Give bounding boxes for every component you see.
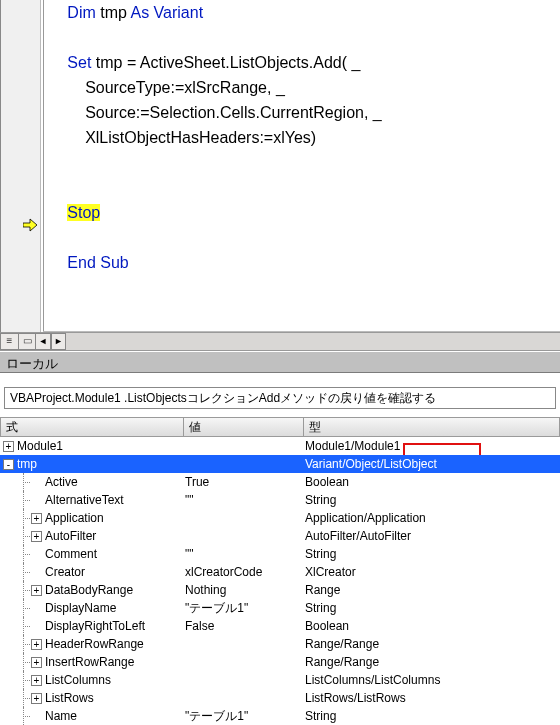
expr-type: String: [303, 491, 560, 509]
expr-value: xlCreatorCode: [183, 563, 303, 581]
expr-name: DisplayRightToLeft: [45, 617, 145, 635]
expr-type: String: [303, 545, 560, 563]
expr-type: Variant/Object/ListObject: [303, 455, 560, 473]
tree-branch-icon: [17, 563, 31, 581]
tree-branch-icon: [17, 581, 31, 599]
table-row[interactable]: +ListRowsListRows/ListRows: [0, 689, 560, 707]
expr-name: Name: [45, 707, 77, 725]
expr-name: Application: [45, 509, 104, 527]
expr-name: tmp: [17, 455, 37, 473]
tree-branch-icon: [17, 707, 31, 725]
locals-tree[interactable]: +Module1Module1/Module1-tmpVariant/Objec…: [0, 437, 560, 725]
no-toggle: [31, 603, 42, 614]
expand-icon[interactable]: +: [3, 441, 14, 452]
table-row[interactable]: +InsertRowRangeRange/Range: [0, 653, 560, 671]
expand-icon[interactable]: +: [31, 531, 42, 542]
expr-type: String: [303, 707, 560, 725]
gap: [0, 373, 560, 387]
expr-type: Module1/Module1: [303, 437, 560, 455]
no-toggle: [31, 549, 42, 560]
expr-name: ListRows: [45, 689, 94, 707]
expand-icon[interactable]: +: [31, 513, 42, 524]
procedure-view-button[interactable]: ▭: [18, 333, 36, 350]
no-toggle: [31, 567, 42, 578]
header-type[interactable]: 型: [303, 417, 560, 437]
expr-type: Boolean: [303, 617, 560, 635]
scroll-left-button[interactable]: ◄: [36, 333, 51, 350]
expr-type: Range/Range: [303, 635, 560, 653]
table-row[interactable]: +HeaderRowRangeRange/Range: [0, 635, 560, 653]
scroll-right-button[interactable]: ►: [51, 333, 66, 350]
expr-value: "": [183, 491, 303, 509]
table-row[interactable]: +ApplicationApplication/Application: [0, 509, 560, 527]
tree-branch-icon: [17, 617, 31, 635]
tree-branch-icon: [17, 635, 31, 653]
execution-arrow-icon: [23, 218, 37, 232]
expr-name: DataBodyRange: [45, 581, 133, 599]
code-text[interactable]: Dim tmp As Variant Set tmp = ActiveSheet…: [54, 0, 560, 275]
table-row[interactable]: +Module1Module1/Module1: [0, 437, 560, 455]
expr-type: ListColumns/ListColumns: [303, 671, 560, 689]
expr-type: String: [303, 599, 560, 617]
code-separator: [43, 331, 560, 332]
locals-headers: 式 値 型: [0, 417, 560, 437]
tree-branch-icon: [17, 509, 31, 527]
expr-type: ListRows/ListRows: [303, 689, 560, 707]
expr-value: False: [183, 617, 303, 635]
expand-icon[interactable]: +: [31, 639, 42, 650]
table-row[interactable]: +ListColumnsListColumns/ListColumns: [0, 671, 560, 689]
expr-name: DisplayName: [45, 599, 116, 617]
tree-branch-icon: [17, 491, 31, 509]
expr-type: Range: [303, 581, 560, 599]
expr-name: Active: [45, 473, 78, 491]
full-view-button[interactable]: ≡: [0, 333, 18, 350]
table-row[interactable]: Name"テーブル1"String: [0, 707, 560, 725]
table-row[interactable]: ActiveTrueBoolean: [0, 473, 560, 491]
code-editor[interactable]: Dim tmp As Variant Set tmp = ActiveSheet…: [0, 0, 560, 332]
locals-context[interactable]: VBAProject.Module1 .ListObjectsコレクションAdd…: [4, 387, 556, 409]
table-row[interactable]: CreatorxlCreatorCodeXlCreator: [0, 563, 560, 581]
expand-icon[interactable]: +: [31, 675, 42, 686]
expr-value: Nothing: [183, 581, 303, 599]
no-toggle: [31, 711, 42, 722]
no-toggle: [31, 495, 42, 506]
expr-type: Boolean: [303, 473, 560, 491]
table-row[interactable]: -tmpVariant/Object/ListObject: [0, 455, 560, 473]
tree-branch-icon: [17, 671, 31, 689]
margin-line: [43, 0, 44, 332]
expand-icon[interactable]: +: [31, 585, 42, 596]
expr-value: True: [183, 473, 303, 491]
table-row[interactable]: Comment""String: [0, 545, 560, 563]
table-row[interactable]: DisplayName"テーブル1"String: [0, 599, 560, 617]
expr-name: Creator: [45, 563, 85, 581]
expr-value: "テーブル1": [183, 599, 303, 617]
tree-branch-icon: [17, 473, 31, 491]
expand-icon[interactable]: +: [31, 693, 42, 704]
header-value[interactable]: 値: [183, 417, 303, 437]
header-expression[interactable]: 式: [0, 417, 183, 437]
tree-branch-icon: [17, 689, 31, 707]
no-toggle: [31, 621, 42, 632]
split-view-bar: ≡ ▭ ◄ ►: [0, 332, 560, 351]
tree-branch-icon: [17, 527, 31, 545]
expr-name: Module1: [17, 437, 63, 455]
tree-branch-icon: [17, 653, 31, 671]
tree-branch-icon: [17, 545, 31, 563]
expr-name: InsertRowRange: [45, 653, 134, 671]
table-row[interactable]: AlternativeText""String: [0, 491, 560, 509]
gutter: [1, 0, 41, 332]
expr-value: "": [183, 545, 303, 563]
expr-type: Range/Range: [303, 653, 560, 671]
expr-type: Application/Application: [303, 509, 560, 527]
expr-type: AutoFilter/AutoFilter: [303, 527, 560, 545]
table-row[interactable]: +AutoFilterAutoFilter/AutoFilter: [0, 527, 560, 545]
table-row[interactable]: DisplayRightToLeftFalseBoolean: [0, 617, 560, 635]
collapse-icon[interactable]: -: [3, 459, 14, 470]
expr-name: HeaderRowRange: [45, 635, 144, 653]
expand-icon[interactable]: +: [31, 657, 42, 668]
expr-name: Comment: [45, 545, 97, 563]
expr-type: XlCreator: [303, 563, 560, 581]
tree-branch-icon: [17, 599, 31, 617]
locals-panel-title: ローカル: [0, 351, 560, 373]
table-row[interactable]: +DataBodyRangeNothingRange: [0, 581, 560, 599]
